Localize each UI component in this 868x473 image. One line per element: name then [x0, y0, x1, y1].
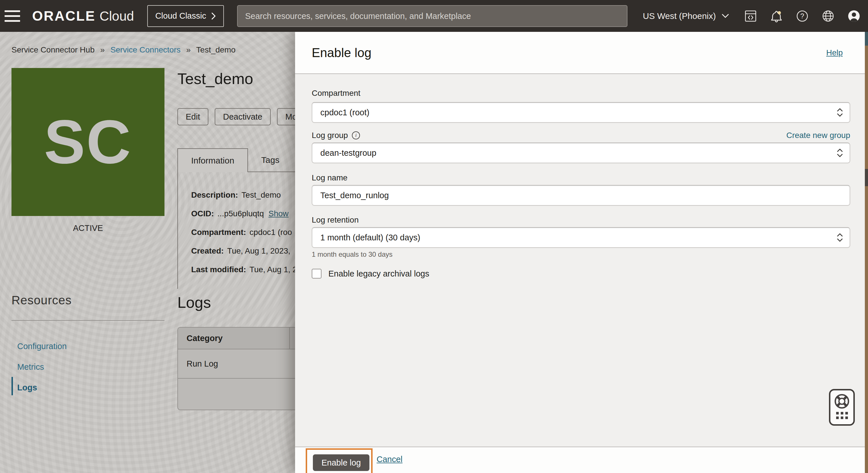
info-label: Last modified:: [191, 265, 246, 274]
region-selector[interactable]: US West (Phoenix): [643, 11, 729, 21]
breadcrumb-separator: »: [100, 45, 105, 54]
cloud-classic-button[interactable]: Cloud Classic: [147, 5, 224, 27]
help-icon[interactable]: ?: [795, 9, 809, 23]
hamburger-menu-icon[interactable]: [5, 10, 20, 22]
cancel-link[interactable]: Cancel: [377, 454, 402, 464]
status-badge: ACTIVE: [11, 224, 164, 233]
search-input[interactable]: [237, 5, 627, 27]
logs-section-heading: Logs: [177, 294, 211, 311]
enable-log-button[interactable]: Enable log: [313, 454, 369, 471]
info-value: cpdoc1 (roo: [249, 228, 292, 237]
info-row-created: Created:Tue, Aug 1, 2023,: [191, 246, 301, 256]
sidebar-item-logs[interactable]: Logs: [17, 383, 37, 393]
info-row-compartment: Compartment:cpdoc1 (roo: [191, 228, 301, 237]
select-stepper-icon: [836, 232, 843, 243]
tab-tags[interactable]: Tags: [248, 148, 292, 172]
compartment-label: Compartment: [312, 88, 850, 98]
grid-dots-icon: [836, 412, 848, 419]
log-name-input[interactable]: [312, 185, 850, 206]
compartment-select[interactable]: cpdoc1 (root): [312, 102, 850, 123]
oracle-wordmark: ORACLE: [32, 8, 96, 24]
logs-table-header: Category: [178, 328, 315, 349]
cloud-classic-label: Cloud Classic: [155, 11, 206, 21]
action-buttons: Edit Deactivate Move: [177, 108, 314, 125]
log-retention-select[interactable]: 1 month (default) (30 days): [312, 227, 850, 248]
active-item-marker: [11, 377, 13, 395]
deactivate-button[interactable]: Deactivate: [215, 108, 271, 125]
info-label: Compartment:: [191, 228, 246, 237]
page-title: Test_demo: [177, 70, 253, 88]
info-label: OCID:: [191, 209, 214, 218]
compartment-selected-value: cpdoc1 (root): [320, 108, 369, 117]
sidebar-item-metrics[interactable]: Metrics: [17, 362, 44, 372]
lifebuoy-icon: [834, 393, 850, 410]
resources-heading: Resources: [11, 294, 72, 307]
table-row-run-log[interactable]: Run Log: [178, 349, 315, 379]
service-connector-avatar: SC: [11, 68, 164, 216]
info-row-description: Description:Test_demo: [191, 191, 301, 200]
breadcrumb-item-current: Test_demo: [196, 45, 236, 54]
table-row-empty: [178, 379, 315, 410]
info-icon[interactable]: i: [352, 131, 360, 139]
region-label: US West (Phoenix): [643, 11, 716, 21]
focus-ring: Enable log: [306, 448, 373, 473]
cloud-wordmark: Cloud: [100, 8, 134, 24]
show-ocid-link[interactable]: Show: [268, 209, 288, 218]
select-stepper-icon: [836, 107, 843, 117]
scrollbar-segment: [865, 32, 868, 45]
notifications-bell-icon[interactable]: [769, 9, 784, 23]
column-header-category: Category: [187, 334, 223, 343]
info-label: Created:: [191, 246, 224, 255]
vertical-scrollbar[interactable]: [865, 32, 868, 473]
breadcrumb-item-hub[interactable]: Service Connector Hub: [11, 45, 94, 54]
create-new-group-link[interactable]: Create new group: [786, 131, 850, 140]
retention-helper-text: 1 month equals to 30 days: [312, 250, 850, 259]
log-retention-label: Log retention: [312, 215, 850, 225]
log-retention-selected-value: 1 month (default) (30 days): [320, 233, 420, 242]
log-group-label: Log group: [312, 131, 348, 140]
drawer-footer: Enable log Cancel: [295, 447, 865, 473]
avatar-initials: SC: [44, 106, 132, 177]
info-row-ocid: OCID:...p5u6pluqtqShow: [191, 209, 301, 218]
support-widget[interactable]: [829, 389, 855, 426]
info-label: Description:: [191, 191, 238, 199]
column-separator: [289, 328, 290, 349]
user-avatar-icon[interactable]: [847, 9, 861, 23]
chevron-right-icon: [211, 12, 216, 20]
breadcrumb-separator: »: [186, 45, 191, 54]
scrollbar-segment: [865, 169, 868, 186]
resources-divider: [11, 320, 164, 321]
developer-tools-icon[interactable]: [743, 9, 758, 23]
info-value: Test_demo: [241, 191, 281, 199]
drawer-title: Enable log: [312, 45, 371, 60]
drawer-header: Enable log Help: [295, 32, 865, 74]
oracle-cloud-logo[interactable]: ORACLE Cloud: [32, 8, 134, 24]
chevron-down-icon: [722, 14, 729, 19]
help-link[interactable]: Help: [826, 48, 843, 57]
log-name-label: Log name: [312, 173, 850, 183]
breadcrumb-item-service-connectors[interactable]: Service Connectors: [111, 45, 181, 54]
info-value: Tue, Aug 1, 2023,: [227, 246, 290, 255]
drawer-body: Compartment cpdoc1 (root) Log group i Cr…: [295, 88, 865, 278]
cell-category: Run Log: [187, 359, 218, 369]
select-stepper-icon: [836, 148, 843, 158]
log-group-selected-value: dean-testgroup: [320, 148, 376, 158]
edit-button[interactable]: Edit: [177, 108, 208, 125]
information-panel: Description:Test_demo OCID:...p5u6pluqtq…: [177, 172, 301, 289]
legacy-archival-checkbox[interactable]: [312, 269, 321, 278]
legacy-archival-label[interactable]: Enable legacy archival logs: [329, 269, 429, 278]
tab-information[interactable]: Information: [177, 148, 248, 172]
info-value: Tue, Aug 1, 2: [249, 265, 297, 274]
log-group-select[interactable]: dean-testgroup: [312, 142, 850, 163]
info-value: ...p5u6pluqtq: [217, 209, 264, 218]
enable-log-drawer: Enable log Help Compartment cpdoc1 (root…: [295, 32, 865, 473]
globe-language-icon[interactable]: [821, 9, 835, 23]
top-navigation-bar: ORACLE Cloud Cloud Classic US West (Phoe…: [0, 0, 868, 32]
sidebar-item-configuration[interactable]: Configuration: [17, 342, 67, 351]
breadcrumb: Service Connector Hub » Service Connecto…: [11, 45, 236, 55]
svg-text:?: ?: [800, 12, 804, 20]
info-row-last-modified: Last modified:Tue, Aug 1, 2: [191, 265, 301, 274]
detail-tabs: Information Tags: [177, 148, 301, 172]
